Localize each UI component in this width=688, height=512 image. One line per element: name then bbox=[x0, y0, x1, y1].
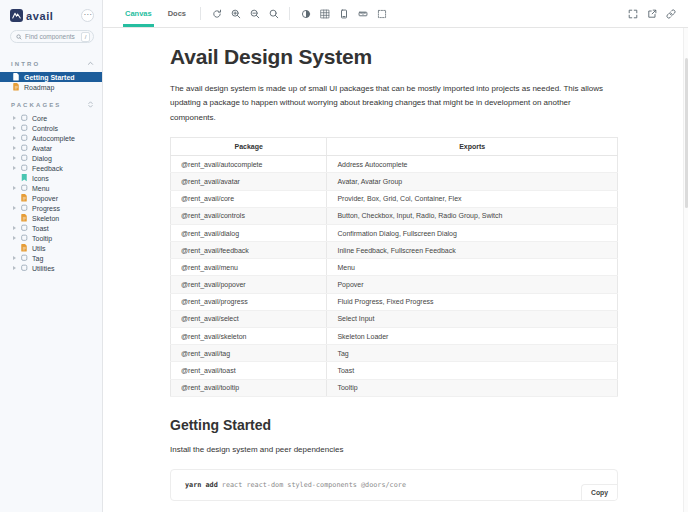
backgrounds-button[interactable] bbox=[298, 6, 314, 22]
fullscreen-button[interactable] bbox=[625, 6, 641, 22]
sidebar-item-tag[interactable]: Tag bbox=[0, 253, 102, 263]
sidebar-item-roadmap[interactable]: Roadmap bbox=[0, 82, 102, 92]
toolbar-tools bbox=[194, 0, 391, 27]
package-cell: @rent_avail/avatar bbox=[171, 173, 327, 190]
package-cell: @rent_avail/autocomplete bbox=[171, 156, 327, 173]
component-icon bbox=[21, 204, 28, 212]
table-row: @rent_avail/menuMenu bbox=[171, 259, 618, 276]
preview-area: CanvasDocs Avail Design System The avail… bbox=[103, 0, 688, 512]
exports-cell: Confirmation Dialog, Fullscreen Dialog bbox=[327, 224, 618, 241]
document-icon bbox=[13, 73, 20, 81]
sidebar-item-feedback[interactable]: Feedback bbox=[0, 163, 102, 173]
sidebar-item-avatar[interactable]: Avatar bbox=[0, 143, 102, 153]
sidebar-item-icons[interactable]: Icons bbox=[0, 173, 102, 183]
search-box[interactable]: / bbox=[10, 30, 94, 43]
exports-cell: Avatar, Avatar Group bbox=[327, 173, 618, 190]
sidebar-item-label: Avatar bbox=[32, 145, 52, 152]
scrollbar[interactable] bbox=[683, 28, 688, 512]
docs-scroll-area: Avail Design System The avail design sys… bbox=[103, 28, 688, 512]
sidebar-item-progress[interactable]: Progress bbox=[0, 203, 102, 213]
expander-icon[interactable] bbox=[13, 116, 21, 120]
document-icon bbox=[21, 244, 28, 252]
sidebar-item-controls[interactable]: Controls bbox=[0, 123, 102, 133]
component-icon bbox=[21, 114, 28, 122]
table-row: @rent_avail/selectSelect Input bbox=[171, 310, 618, 327]
sidebar-item-dialog[interactable]: Dialog bbox=[0, 153, 102, 163]
sidebar-item-getting-started[interactable]: Getting Started bbox=[0, 72, 102, 82]
component-icon bbox=[21, 164, 28, 172]
exports-cell: Tooltip bbox=[327, 379, 618, 396]
exports-cell: Tag bbox=[327, 345, 618, 362]
table-row: @rent_avail/tooltipTooltip bbox=[171, 379, 618, 396]
zoom-in-button[interactable] bbox=[228, 6, 244, 22]
grid-icon bbox=[320, 9, 330, 19]
expander-icon[interactable] bbox=[13, 266, 21, 270]
tab-docs[interactable]: Docs bbox=[160, 0, 194, 27]
zoom-reset-icon bbox=[269, 9, 279, 19]
package-cell: @rent_avail/tag bbox=[171, 345, 327, 362]
table-row: @rent_avail/skeletonSkeleton Loader bbox=[171, 328, 618, 345]
sidebar-item-core[interactable]: Core bbox=[0, 113, 102, 123]
backgrounds-icon bbox=[301, 9, 311, 19]
measure-button[interactable] bbox=[355, 6, 371, 22]
exports-cell: Fluid Progress, Fixed Progress bbox=[327, 293, 618, 310]
sidebar-item-label: Skeleton bbox=[32, 215, 59, 222]
copy-button[interactable]: Copy bbox=[581, 484, 617, 500]
exports-cell: Select Input bbox=[327, 310, 618, 327]
section-header-intro: INTRO bbox=[0, 51, 102, 72]
expander-icon[interactable] bbox=[13, 126, 21, 130]
tab-canvas[interactable]: Canvas bbox=[117, 0, 160, 27]
package-cell: @rent_avail/tooltip bbox=[171, 379, 327, 396]
sidebar-item-utils[interactable]: Utils bbox=[0, 243, 102, 253]
document-icon bbox=[21, 214, 28, 222]
sidebar-item-menu[interactable]: Menu bbox=[0, 183, 102, 193]
expand-all-icon[interactable] bbox=[86, 100, 95, 109]
toolbar-divider bbox=[289, 7, 290, 20]
expander-icon[interactable] bbox=[13, 236, 21, 240]
open-in-new-tab-button[interactable] bbox=[644, 6, 660, 22]
expander-icon[interactable] bbox=[13, 206, 21, 210]
package-cell: @rent_avail/dialog bbox=[171, 224, 327, 241]
section-header-packages: PACKAGES bbox=[0, 92, 102, 113]
copy-link-button[interactable] bbox=[663, 6, 679, 22]
sidebar-item-popover[interactable]: Popover bbox=[0, 193, 102, 203]
search-icon bbox=[16, 34, 22, 40]
expander-icon[interactable] bbox=[13, 136, 21, 140]
code-token-command: yarn add bbox=[185, 481, 222, 489]
table-row: @rent_avail/tagTag bbox=[171, 345, 618, 362]
expander-icon[interactable] bbox=[13, 146, 21, 150]
toolbar-divider bbox=[200, 7, 201, 20]
exports-cell: Menu bbox=[327, 259, 618, 276]
package-cell: @rent_avail/skeleton bbox=[171, 328, 327, 345]
component-icon bbox=[21, 264, 28, 272]
zoom-out-button[interactable] bbox=[247, 6, 263, 22]
packages-table: PackageExports @rent_avail/autocompleteA… bbox=[170, 137, 618, 397]
expander-icon[interactable] bbox=[13, 256, 21, 260]
sidebar-nav: INTROGetting StartedRoadmapPACKAGESCoreC… bbox=[0, 51, 102, 273]
table-row: @rent_avail/feedbackInline Feedback, Ful… bbox=[171, 242, 618, 259]
collapse-section-icon[interactable] bbox=[86, 59, 95, 68]
sidebar-item-toast[interactable]: Toast bbox=[0, 223, 102, 233]
brand-logo[interactable]: avail bbox=[10, 9, 53, 22]
sidebar-item-autocomplete[interactable]: Autocomplete bbox=[0, 133, 102, 143]
sidebar-item-utilities[interactable]: Utilities bbox=[0, 263, 102, 273]
grid-button[interactable] bbox=[317, 6, 333, 22]
viewport-button[interactable] bbox=[336, 6, 352, 22]
sidebar-item-skeleton[interactable]: Skeleton bbox=[0, 213, 102, 223]
sidebar-item-label: Dialog bbox=[32, 155, 52, 162]
shortcuts-menu-button[interactable]: ⋯ bbox=[81, 9, 94, 22]
table-row: @rent_avail/controlsButton, Checkbox, In… bbox=[171, 207, 618, 224]
outline-button[interactable] bbox=[374, 6, 390, 22]
expander-icon[interactable] bbox=[13, 226, 21, 230]
storybook-app: avail ⋯ / INTROGetting StartedRoadmapPAC… bbox=[0, 0, 688, 512]
expander-icon[interactable] bbox=[13, 186, 21, 190]
remount-button[interactable] bbox=[209, 6, 225, 22]
expander-icon[interactable] bbox=[13, 156, 21, 160]
sidebar-item-tooltip[interactable]: Tooltip bbox=[0, 233, 102, 243]
search-input[interactable] bbox=[25, 33, 81, 40]
component-icon bbox=[21, 254, 28, 262]
zoom-reset-button[interactable] bbox=[266, 6, 282, 22]
expander-icon[interactable] bbox=[13, 166, 21, 170]
brand-name: avail bbox=[26, 10, 53, 22]
exports-cell: Toast bbox=[327, 362, 618, 379]
